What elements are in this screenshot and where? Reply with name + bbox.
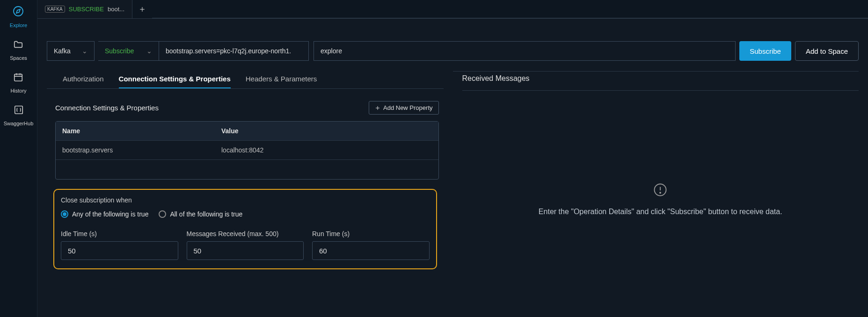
tab-name: boot...	[108, 6, 124, 13]
messages-received-label: Messages Received (max. 500)	[187, 230, 304, 238]
run-time-label: Run Time (s)	[312, 230, 430, 238]
table-row[interactable]: bootstrap.servers localhost:8042	[56, 140, 438, 159]
close-title: Close subscription when	[61, 196, 430, 204]
sidebar-item-label: SwaggerHub	[4, 121, 34, 126]
protocol-badge: KAFKA	[45, 6, 65, 13]
sidebar-item-explore[interactable]: Explore	[10, 6, 27, 28]
table-row-empty	[56, 159, 438, 179]
main-area: KAFKA SUBSCRIBE boot... Kafka Subscribe …	[37, 0, 868, 317]
svg-marker-1	[16, 9, 20, 13]
properties-table: Name Value bootstrap.servers localhost:8…	[55, 121, 439, 180]
svg-point-13	[660, 192, 661, 193]
sidebar-item-label: Spaces	[10, 55, 27, 61]
messages-received-input[interactable]	[187, 241, 304, 260]
idle-time-input[interactable]	[61, 241, 178, 260]
plus-icon	[375, 105, 380, 111]
run-time-input[interactable]	[312, 241, 430, 260]
left-pane: Authorization Connection Settings & Prop…	[47, 71, 453, 308]
prop-name: bootstrap.servers	[62, 146, 221, 154]
sidebar-item-label: History	[10, 88, 26, 94]
received-messages-title: Received Messages	[462, 72, 859, 91]
prop-value: localhost:8042	[221, 146, 432, 154]
sidebar-item-spaces[interactable]: Spaces	[10, 39, 27, 61]
calendar-icon	[13, 72, 23, 85]
tab-connection-settings[interactable]: Connection Settings & Properties	[119, 71, 231, 88]
topic-input[interactable]	[314, 41, 736, 61]
plus-icon	[139, 6, 146, 13]
empty-message: Enter the "Operation Details" and click …	[539, 208, 782, 216]
col-name-header: Name	[62, 127, 221, 135]
radio-icon	[159, 210, 166, 218]
add-to-space-button[interactable]: Add to Space	[795, 41, 859, 61]
alert-circle-icon	[653, 183, 667, 198]
tab-authorization[interactable]: Authorization	[63, 71, 104, 88]
tab-request[interactable]: KAFKA SUBSCRIBE boot...	[37, 0, 132, 18]
idle-time-label: Idle Time (s)	[61, 230, 178, 238]
compass-icon	[13, 6, 24, 20]
add-tab-button[interactable]	[132, 0, 152, 18]
sidebar-item-swaggerhub[interactable]: SwaggerHub	[4, 105, 34, 126]
section-title: Connection Settings & Properties	[55, 104, 159, 112]
sidebar: Explore Spaces History SwaggerHub	[0, 0, 37, 317]
svg-rect-6	[15, 106, 22, 114]
add-property-button[interactable]: Add New Property	[369, 101, 439, 115]
folder-icon	[13, 39, 23, 52]
subtabs: Authorization Connection Settings & Prop…	[47, 71, 444, 89]
tab-headers-parameters[interactable]: Headers & Parameters	[246, 71, 317, 88]
table-header: Name Value	[56, 122, 438, 140]
radio-any[interactable]: Any of the following is true	[61, 210, 148, 218]
tabbar: KAFKA SUBSCRIBE boot...	[37, 0, 868, 19]
operation-select[interactable]: Subscribe	[98, 41, 159, 61]
protocol-select[interactable]: Kafka	[47, 41, 95, 61]
svg-rect-2	[15, 74, 22, 81]
radio-all[interactable]: All of the following is true	[159, 210, 242, 218]
subscribe-button[interactable]: Subscribe	[739, 41, 791, 61]
close-subscription-box: Close subscription when Any of the follo…	[53, 189, 437, 269]
svg-point-0	[14, 7, 23, 16]
braces-icon	[14, 105, 24, 118]
col-value-header: Value	[221, 127, 432, 135]
tab-operation: SUBSCRIBE	[69, 6, 104, 13]
sidebar-item-history[interactable]: History	[10, 72, 26, 94]
radio-icon	[61, 210, 68, 218]
server-input[interactable]	[159, 41, 309, 61]
right-pane: Received Messages Enter the "Operation D…	[453, 71, 859, 308]
radio-group: Any of the following is true All of the …	[61, 210, 430, 218]
content-area: Kafka Subscribe Subscribe Add to Space A…	[37, 19, 868, 317]
request-bar: Kafka Subscribe Subscribe Add to Space	[47, 41, 859, 61]
sidebar-item-label: Explore	[10, 22, 27, 28]
empty-state: Enter the "Operation Details" and click …	[462, 91, 859, 308]
